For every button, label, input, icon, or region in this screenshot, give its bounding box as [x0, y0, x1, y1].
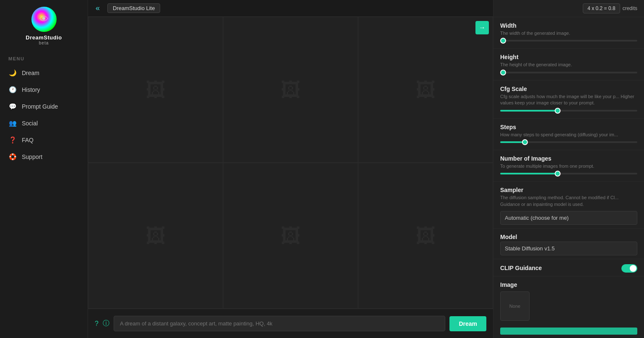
- model-select[interactable]: Stable Diffusion v1.5: [500, 242, 637, 255]
- grid-cell-3: 🖼: [358, 17, 493, 163]
- prompt-guide-icon: 💬: [8, 102, 17, 111]
- steps-slider-track: [500, 141, 637, 143]
- right-panel: 4 x 0.2 = 0.8 credits Width The width of…: [493, 0, 644, 338]
- prompt-guide-label: Prompt Guide: [22, 103, 58, 110]
- width-slider-thumb: [500, 38, 506, 44]
- cfg-scale-title: Cfg Scale: [500, 86, 637, 92]
- app-beta-label: beta: [39, 41, 49, 45]
- width-desc: The width of the generated image.: [500, 30, 637, 36]
- credits-bar: 4 x 0.2 = 0.8 credits: [493, 0, 644, 17]
- sidebar-item-social[interactable]: 👥 Social: [0, 115, 88, 132]
- app-name: DreamStudio: [26, 34, 62, 41]
- sampler-select[interactable]: Automatic (choose for me): [500, 211, 637, 225]
- grid-cell-4: 🖼: [88, 163, 223, 309]
- prompt-bar: ? ⓘ A dream of a distant galaxy, concept…: [88, 309, 493, 338]
- height-slider-track: [500, 72, 637, 73]
- image-upload-label: None: [509, 304, 520, 309]
- app-title-badge: DreamStudio Lite: [107, 3, 160, 13]
- history-label: History: [22, 86, 40, 93]
- menu-section-label: MENU: [0, 50, 33, 65]
- grid-cell-2: 🖼: [223, 17, 358, 163]
- image-grid: → 🖼 🖼 🖼 🖼 🖼 🖼: [88, 17, 493, 309]
- credits-formula: 4 x 0.2 = 0.8: [583, 3, 620, 13]
- num-images-title: Number of Images: [500, 155, 637, 162]
- steps-slider-fill: [500, 141, 525, 143]
- cfg-scale-slider-fill: [500, 110, 558, 112]
- cfg-scale-slider-thumb: [555, 108, 561, 114]
- topbar: « DreamStudio Lite: [88, 0, 493, 17]
- sampler-desc: The diffusion sampling method. Cannot be…: [500, 195, 637, 208]
- main-area: « DreamStudio Lite → 🖼 🖼 🖼 🖼 🖼 🖼 ? ⓘ A d…: [88, 0, 493, 338]
- sidebar-item-dream[interactable]: 🌙 Dream: [0, 65, 88, 81]
- num-images-desc: To generate multiple images from one pro…: [500, 163, 637, 169]
- height-desc: The height of the generated image.: [500, 62, 637, 68]
- prompt-info-icon[interactable]: ⓘ: [103, 319, 109, 328]
- sidebar: 👁 DreamStudio beta MENU 🌙 Dream 🕐 Histor…: [0, 0, 88, 338]
- clip-guidance-toggle[interactable]: [621, 264, 637, 273]
- num-images-slider-track: [500, 173, 637, 174]
- prompt-input[interactable]: A dream of a distant galaxy, concept art…: [114, 316, 446, 331]
- steps-setting: Steps How many steps to spend generating…: [493, 119, 644, 150]
- width-setting: Width The width of the generated image.: [493, 17, 644, 49]
- faq-icon: ❓: [8, 136, 17, 144]
- height-setting: Height The height of the generated image…: [493, 49, 644, 80]
- steps-slider-thumb: [522, 139, 528, 145]
- grid-cell-5: 🖼: [223, 163, 358, 309]
- image-setting: Image None: [493, 276, 644, 324]
- expand-icon: →: [479, 24, 486, 31]
- width-title: Width: [500, 22, 637, 29]
- clip-guidance-setting: CLIP Guidance: [493, 259, 644, 276]
- steps-title: Steps: [500, 124, 637, 130]
- height-title: Height: [500, 54, 637, 60]
- image-upload-box[interactable]: None: [500, 291, 530, 321]
- model-title: Model: [500, 234, 637, 240]
- width-slider-track: [500, 40, 637, 42]
- social-label: Social: [22, 120, 38, 127]
- dream-label: Dream: [22, 70, 39, 76]
- model-setting: Model Stable Diffusion v1.5: [493, 229, 644, 259]
- support-label: Support: [22, 153, 42, 160]
- sampler-setting: Sampler The diffusion sampling method. C…: [493, 182, 644, 229]
- expand-button[interactable]: →: [475, 21, 489, 34]
- image-title: Image: [500, 281, 637, 288]
- clip-guidance-toggle-thumb: [630, 265, 636, 272]
- logo-area: 👁 DreamStudio beta: [0, 0, 88, 50]
- dream-button[interactable]: Dream: [449, 316, 486, 331]
- sidebar-item-history[interactable]: 🕐 History: [0, 81, 88, 98]
- cfg-scale-desc: Cfg scale adjusts how much the image wil…: [500, 94, 637, 107]
- height-slider-thumb: [500, 70, 506, 75]
- num-images-setting: Number of Images To generate multiple im…: [493, 150, 644, 182]
- sidebar-item-support[interactable]: 🛟 Support: [0, 148, 88, 165]
- sidebar-item-prompt-guide[interactable]: 💬 Prompt Guide: [0, 98, 88, 115]
- num-images-slider-fill: [500, 173, 558, 174]
- credits-label: credits: [623, 5, 637, 11]
- social-icon: 👥: [8, 119, 17, 127]
- clip-guidance-title: CLIP Guidance: [500, 265, 542, 271]
- steps-desc: How many steps to spend generating (diff…: [500, 132, 637, 138]
- num-images-slider-thumb: [555, 171, 561, 177]
- support-icon: 🛟: [8, 153, 17, 161]
- scroll-hint-bar[interactable]: [500, 328, 637, 335]
- logo-eye-icon: 👁: [39, 14, 49, 25]
- prompt-help-icon[interactable]: ?: [95, 320, 99, 328]
- sampler-title: Sampler: [500, 187, 637, 193]
- clip-guidance-row: CLIP Guidance: [500, 264, 637, 273]
- back-button[interactable]: «: [93, 3, 102, 13]
- cfg-scale-setting: Cfg Scale Cfg scale adjusts how much the…: [493, 81, 644, 119]
- cfg-scale-slider-track: [500, 110, 637, 112]
- faq-label: FAQ: [22, 137, 34, 143]
- grid-cell-1: 🖼: [88, 17, 223, 163]
- history-icon: 🕐: [8, 86, 17, 94]
- dream-icon: 🌙: [8, 69, 17, 77]
- grid-cell-6: 🖼: [358, 163, 493, 309]
- app-logo: 👁: [31, 7, 57, 32]
- sidebar-item-faq[interactable]: ❓ FAQ: [0, 132, 88, 148]
